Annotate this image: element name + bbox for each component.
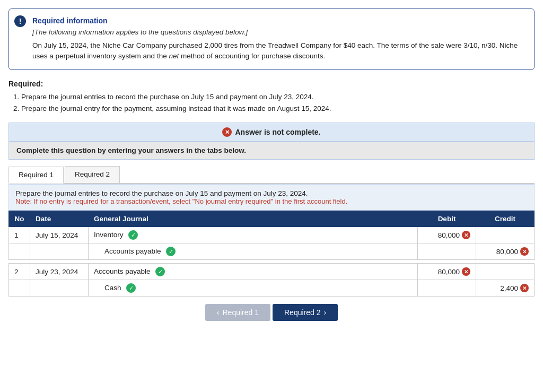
entry-date-2: July 23, 2024 [30,264,89,280]
entry-no-2: 2 [9,264,30,280]
error-badge-debit-1: ✕ [462,231,470,239]
next-arrow-icon: › [324,308,327,317]
check-icon-1b: ✓ [166,247,176,256]
answer-status-text: Answer is not complete. [235,128,320,136]
journal-description-text: Prepare the journal entries to record th… [15,189,528,197]
required-list: Prepare the journal entries to record th… [8,91,535,116]
check-icon-1: ✓ [128,230,138,240]
info-box: ! Required information [The following in… [8,8,535,70]
entry-credit-1[interactable] [476,227,535,243]
prev-button-label: Required 1 [223,308,259,317]
journal-section: Prepare the journal entries to record th… [8,184,535,297]
next-button-label: Required 2 [284,308,321,317]
exclamation-icon: ! [14,15,26,27]
tab-required-1[interactable]: Required 1 [8,167,64,184]
col-header-credit: Credit [476,211,535,227]
entry-account-2[interactable]: Accounts payable ✓ [89,264,418,280]
answer-status-bar: ✕ Answer is not complete. [8,123,535,142]
tabs-container: Required 1 Required 2 [8,166,535,184]
info-subtitle: [The following information applies to th… [32,28,526,36]
col-header-debit: Debit [418,211,476,227]
required-item-1: Prepare the journal entries to record th… [21,91,535,103]
complete-instruction-text: Complete this question by entering your … [16,146,246,154]
error-badge-debit-2: ✕ [462,267,470,276]
x-icon: ✕ [222,127,232,137]
entry-account-1[interactable]: Inventory ✓ [89,227,418,243]
nav-buttons: ‹ Required 1 Required 2 › [8,304,535,321]
table-row: Accounts payable ✓ 80,000 ✕ [9,243,535,260]
prev-button[interactable]: ‹ Required 1 [205,304,270,321]
prev-arrow-icon: ‹ [217,308,220,317]
entry-debit-1[interactable]: 80,000 ✕ [418,227,476,243]
entry-debit-2[interactable]: 80,000 ✕ [418,264,476,280]
entry-credit-1b[interactable]: 80,000 ✕ [476,243,535,260]
entry-no-1: 1 [9,227,30,243]
entry-debit-1b[interactable] [418,243,476,260]
error-badge-credit-2b: ✕ [520,284,529,292]
journal-table: No Date General Journal Debit Credit 1 J… [8,211,535,297]
error-badge-credit-1b: ✕ [520,247,529,256]
entry-account-1b[interactable]: Accounts payable ✓ [89,243,418,260]
entry-credit-2b[interactable]: 2,400 ✕ [476,280,535,297]
table-row: 1 July 15, 2024 Inventory ✓ 80,000 ✕ [9,227,535,243]
tab-required-2[interactable]: Required 2 [65,166,120,183]
next-button[interactable]: Required 2 › [273,304,338,321]
entry-account-2b[interactable]: Cash ✓ [89,280,418,297]
check-icon-2b: ✓ [126,283,136,293]
check-icon-2: ✓ [155,267,165,276]
table-row: Cash ✓ 2,400 ✕ [9,280,535,297]
complete-instruction-bar: Complete this question by entering your … [8,142,535,160]
required-label: Required: [8,80,535,88]
entry-date-1: July 15, 2024 [30,227,89,243]
info-title: Required information [32,16,526,25]
col-header-journal: General Journal [89,211,418,227]
entry-debit-2b[interactable] [418,280,476,297]
info-body: On July 15, 2024, the Niche Car Company … [32,40,526,62]
journal-note: Note: If no entry is required for a tran… [15,197,528,205]
spacer-row [9,260,535,264]
required-section: Required: Prepare the journal entries to… [8,80,535,116]
journal-description: Prepare the journal entries to record th… [8,184,535,211]
entry-credit-2[interactable] [476,264,535,280]
col-header-date: Date [30,211,89,227]
col-header-no: No [9,211,30,227]
table-row: 2 July 23, 2024 Accounts payable ✓ 80,00… [9,264,535,280]
required-item-2: Prepare the journal entry for the paymen… [21,103,535,115]
